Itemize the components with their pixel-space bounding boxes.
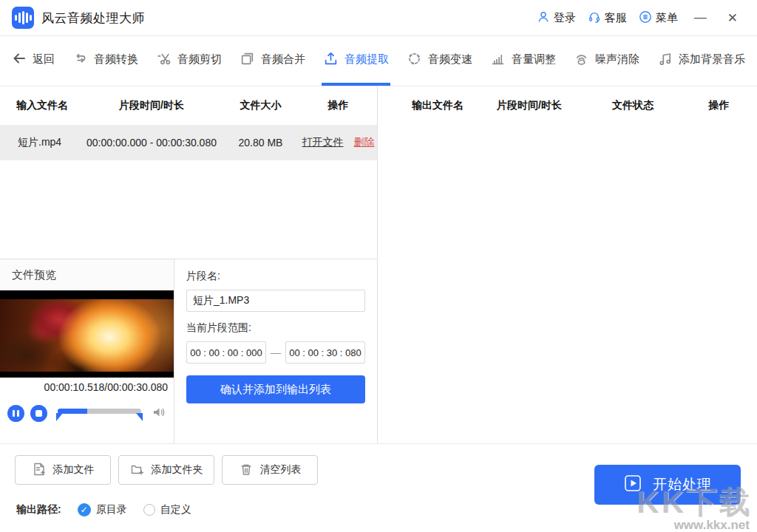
menu-button[interactable]: 菜单	[636, 10, 681, 26]
input-file-name: 短片.mp4	[0, 136, 81, 149]
input-table-empty-space	[0, 160, 377, 259]
radio-checked-icon: ✓	[78, 503, 91, 516]
user-icon	[537, 10, 550, 26]
back-button[interactable]: 返回	[10, 36, 56, 86]
preview-panel: 文件预览 00:00:10.518/00:00:30.080	[0, 259, 174, 443]
speed-icon	[407, 51, 422, 69]
add-file-button[interactable]: 添加文件	[15, 455, 111, 485]
trim-handle-right[interactable]	[136, 413, 143, 421]
volume-icon[interactable]	[152, 405, 166, 422]
app-logo-icon	[12, 7, 34, 29]
pause-button[interactable]	[7, 405, 24, 422]
input-table-header: 输入文件名 片段时间/时长 文件大小 操作	[0, 86, 377, 125]
add-folder-button[interactable]: 添加文件夹	[118, 455, 214, 485]
segment-panel: 片段名: 当前片段范围: — 确认并添加到输出列表	[174, 259, 377, 443]
segment-time: 00:00:00.000 - 00:00:30.080	[81, 137, 222, 149]
login-button[interactable]: 登录	[534, 10, 579, 26]
input-pane: 输入文件名 片段时间/时长 文件大小 操作 短片.mp4 00:00:00.00…	[0, 86, 378, 443]
music-note-icon	[657, 51, 673, 69]
minimize-button[interactable]: —	[687, 10, 714, 25]
range-dash: —	[271, 347, 281, 358]
merge-icon	[240, 51, 255, 69]
table-row[interactable]: 短片.mp4 00:00:00.000 - 00:00:30.080 20.80…	[0, 125, 377, 160]
tab-add-bgm[interactable]: 添加背景音乐	[656, 36, 747, 86]
stop-button[interactable]	[30, 405, 47, 422]
tab-audio-cut[interactable]: 音频剪切	[155, 36, 223, 86]
title-bar: 风云音频处理大师 登录 客服 菜单 — ✕	[0, 0, 757, 36]
video-frame-image	[0, 299, 174, 372]
tab-volume-adjust[interactable]: 音量调整	[489, 36, 557, 86]
preview-title: 文件预览	[0, 259, 174, 290]
service-button[interactable]: 客服	[585, 10, 630, 26]
tab-audio-convert[interactable]: 音频转换	[71, 36, 140, 86]
playback-time: 00:00:10.518/00:00:30.080	[0, 378, 174, 397]
segment-name-input[interactable]	[186, 290, 365, 312]
scissors-icon	[156, 51, 172, 69]
tab-audio-extract[interactable]: 音频提取	[322, 36, 390, 86]
pause-icon	[13, 410, 19, 417]
output-pane: 输出文件名 片段时间/时长 文件状态 操作	[378, 86, 757, 443]
player-controls	[0, 397, 174, 429]
main-area: 输入文件名 片段时间/时长 文件大小 操作 短片.mp4 00:00:00.00…	[0, 86, 757, 443]
play-icon	[623, 474, 642, 497]
bottom-bar: 添加文件 添加文件夹 清空列表 输出路径: ✓ 原目录 自定义 开始处理 KK下…	[0, 443, 757, 532]
stop-icon	[35, 410, 42, 417]
segment-range-label: 当前片段范围:	[186, 321, 365, 335]
convert-icon	[72, 51, 88, 69]
trash-icon	[239, 462, 254, 479]
radio-original-dir[interactable]: ✓ 原目录	[78, 503, 127, 516]
watermark-url: www.kkx.net	[637, 519, 753, 532]
delete-link[interactable]: 删除	[354, 136, 375, 149]
back-arrow-icon	[12, 51, 27, 68]
radio-custom-dir[interactable]: 自定义	[143, 503, 191, 516]
range-start-input[interactable]	[186, 341, 266, 364]
output-table-header: 输出文件名 片段时间/时长 文件状态 操作	[378, 86, 757, 125]
video-preview[interactable]	[0, 290, 174, 378]
radio-unchecked-icon	[143, 504, 155, 516]
volume-bars-icon	[490, 51, 506, 69]
output-path-label: 输出路径:	[16, 503, 61, 516]
file-size: 20.80 MB	[222, 137, 299, 149]
clear-list-button[interactable]: 清空列表	[222, 455, 318, 485]
toolbar: 返回 音频转换 音频剪切 音频合并 音频提取 音频变速 音量调整 噪声消除 添加…	[0, 36, 757, 86]
app-title: 风云音频处理大师	[41, 10, 145, 27]
noise-icon	[574, 51, 589, 69]
start-processing-button[interactable]: 开始处理	[594, 465, 741, 505]
menu-icon	[639, 10, 652, 26]
tab-audio-merge[interactable]: 音频合并	[238, 36, 307, 86]
open-file-link[interactable]: 打开文件	[302, 136, 344, 149]
add-folder-icon	[130, 462, 145, 479]
output-table-empty-space	[378, 125, 757, 443]
trim-handle-left[interactable]	[56, 413, 63, 421]
range-end-input[interactable]	[285, 341, 365, 364]
tab-noise-removal[interactable]: 噪声消除	[572, 36, 641, 86]
headset-icon	[588, 10, 601, 26]
add-file-icon	[32, 462, 47, 479]
tab-audio-speed[interactable]: 音频变速	[405, 36, 474, 86]
extract-icon	[323, 51, 339, 69]
seek-slider[interactable]	[58, 406, 141, 420]
confirm-add-output-button[interactable]: 确认并添加到输出列表	[186, 375, 365, 403]
segment-name-label: 片段名:	[186, 270, 365, 283]
close-button[interactable]: ✕	[720, 10, 745, 26]
